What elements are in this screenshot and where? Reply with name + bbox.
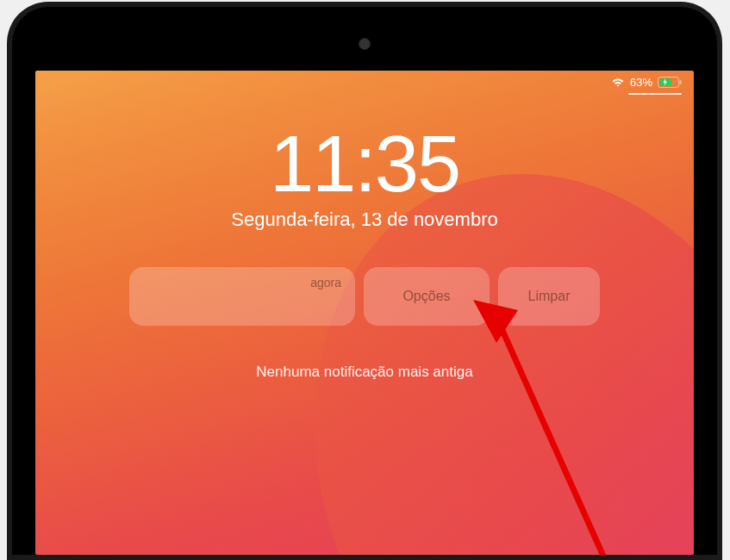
clear-button-label: Limpar xyxy=(528,289,571,304)
svg-rect-2 xyxy=(680,80,682,84)
status-bar: 63% xyxy=(611,76,682,89)
lock-screen[interactable]: 63% 11:35 Segunda-feira, 13 de novembro xyxy=(35,71,694,555)
options-button[interactable]: Opções xyxy=(364,267,490,326)
lock-screen-time: 11:35 xyxy=(35,124,694,203)
no-older-notifications-label: Nenhuma notificação mais antiga xyxy=(35,364,694,381)
notification-card[interactable]: agora xyxy=(129,267,355,326)
notification-time-label: agora xyxy=(310,276,341,289)
clear-button[interactable]: Limpar xyxy=(498,267,600,326)
status-underline xyxy=(628,93,682,95)
lock-screen-date: Segunda-feira, 13 de novembro xyxy=(35,208,694,231)
battery-charging-icon xyxy=(658,77,682,88)
battery-percentage: 63% xyxy=(630,76,652,89)
tablet-bezel: 63% 11:35 Segunda-feira, 13 de novembro xyxy=(7,2,722,560)
wifi-icon xyxy=(611,78,625,88)
front-camera xyxy=(359,38,371,50)
notification-row: agora Opções Limpar xyxy=(129,267,600,326)
clock-section: 11:35 Segunda-feira, 13 de novembro xyxy=(35,124,694,231)
options-button-label: Opções xyxy=(402,289,450,304)
tablet-inner-frame: 63% 11:35 Segunda-feira, 13 de novembro xyxy=(12,7,717,555)
